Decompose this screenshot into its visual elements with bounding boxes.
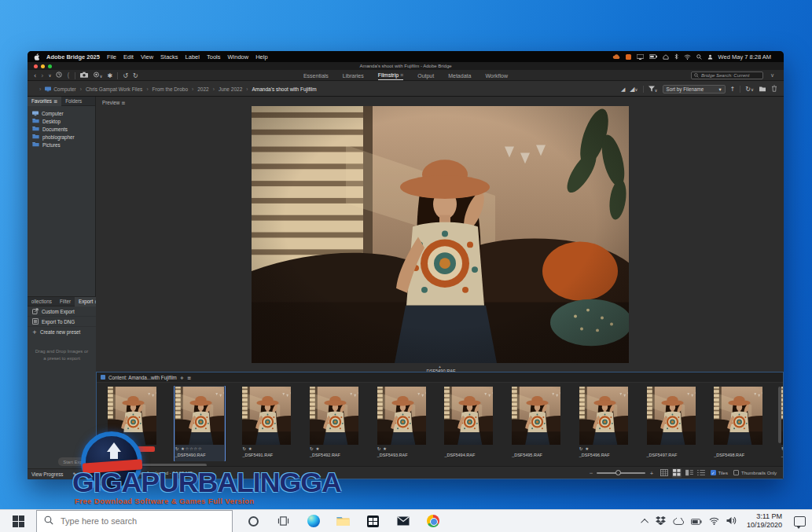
creative-cloud-icon[interactable] [612, 54, 620, 60]
panel-menu-icon[interactable]: ≡ [121, 100, 125, 105]
new-folder-icon[interactable] [759, 86, 766, 94]
onedrive-icon[interactable] [673, 514, 684, 528]
filter-icon[interactable]: ∨ [648, 86, 658, 94]
tab-folders[interactable]: Folders [61, 97, 86, 106]
tab-favorites[interactable]: Favorites≡ [28, 97, 61, 106]
network-wifi-icon[interactable] [709, 514, 719, 528]
thumbnail-tile[interactable]: ↻ ★_DSF5491.RAF [241, 386, 292, 461]
window-titlebar[interactable]: Amanda's shoot with Fujifilm - Adobe Bri… [28, 62, 784, 70]
bridge-search-input[interactable]: Bridge Search: Current [691, 72, 763, 79]
menu-item[interactable]: Edit [123, 53, 134, 61]
forward-button[interactable]: › [41, 72, 43, 79]
view-progress-link[interactable]: View Progress [31, 471, 63, 477]
thumbnail-image[interactable] [310, 387, 358, 445]
menu-item[interactable]: Label [186, 53, 200, 61]
thumbnail-rating[interactable]: ↻ ★ [781, 446, 783, 452]
thumbnail-tile[interactable]: ↻ ★☆☆☆☆_DSF5490.RAF [175, 386, 225, 461]
favorites-item[interactable]: Desktop [32, 117, 95, 125]
boomerang-icon[interactable]: ( [67, 72, 69, 79]
apple-menu-icon[interactable] [34, 53, 39, 61]
export-to-dng-item[interactable]: Export To DNG [28, 317, 96, 327]
thumbnail-quality-dropdown-icon[interactable]: ◢∨ [630, 86, 637, 93]
menu-item[interactable]: Help [255, 53, 267, 61]
display-icon[interactable] [637, 54, 644, 60]
thumbnail-size-slider[interactable] [597, 472, 645, 474]
tab-collections[interactable]: Collections [28, 297, 56, 306]
favorites-item[interactable]: Computer [32, 109, 95, 117]
workspace-tab[interactable]: Workflow [485, 72, 508, 80]
thumbnail-rating[interactable] [647, 446, 696, 452]
thumbnail-rating[interactable]: ↻ ★ [242, 446, 291, 452]
menu-item[interactable]: File [107, 53, 116, 61]
task-view-icon[interactable] [277, 515, 290, 528]
workspace-tab[interactable]: Output [417, 72, 434, 80]
thumbnail-image[interactable] [242, 387, 291, 445]
trash-icon[interactable] [771, 85, 777, 94]
add-tab-icon[interactable]: + [180, 375, 184, 380]
thumbnail-tile[interactable]: _DSF5495.RAF [511, 386, 561, 461]
menu-item[interactable]: View [141, 53, 153, 61]
thumbnail-image[interactable] [781, 387, 783, 445]
zoom-in-icon[interactable]: + [649, 470, 653, 475]
thumbnail-rating[interactable]: ↻ ★ [310, 446, 358, 452]
breadcrumb-item[interactable]: ›June 2022 [209, 86, 243, 92]
workspace-tab[interactable]: Essentials [303, 72, 329, 80]
search-icon[interactable] [696, 54, 702, 60]
tiles-toggle[interactable]: ✓Tiles [711, 470, 728, 475]
favorites-item[interactable]: Pictures [32, 141, 95, 149]
battery-icon[interactable] [649, 54, 657, 59]
search-scope-dropdown-icon[interactable]: ∨ [770, 72, 774, 79]
thumbnail-quality-icon[interactable]: ◢ [621, 86, 625, 93]
custom-export-item[interactable]: Custom Export [28, 306, 96, 317]
thumbnail-tile[interactable]: _DSF5494.RAF [443, 386, 494, 461]
open-in-camera-raw-icon[interactable]: ∨ [93, 72, 103, 79]
tab-filter[interactable]: Filter [56, 297, 75, 306]
panel-menu-icon[interactable]: ≡ [187, 375, 191, 380]
wifi-icon[interactable] [684, 54, 691, 60]
home-icon[interactable] [663, 54, 669, 60]
thumbnail-rating[interactable] [512, 446, 560, 452]
sort-ascending-icon[interactable]: ↑ [730, 86, 736, 93]
start-button[interactable] [0, 510, 36, 532]
microsoft-store-icon[interactable] [366, 515, 380, 528]
sort-dropdown[interactable]: Sort by Filename▾ [663, 85, 726, 94]
thumbnail-rating[interactable]: ↻ ★ [377, 446, 426, 452]
grid-view-icon[interactable] [672, 468, 682, 478]
thumbnail-rating[interactable] [714, 446, 762, 452]
dropbox-icon[interactable] [656, 514, 666, 528]
recent-files-icon[interactable] [56, 72, 62, 79]
orange-app-icon[interactable] [626, 54, 631, 60]
thumbnail-image[interactable] [579, 387, 628, 445]
zoom-out-icon[interactable]: − [589, 470, 593, 475]
taskbar-search[interactable] [36, 510, 233, 532]
breadcrumb-item[interactable]: ›Computer [35, 86, 76, 92]
workspace-tab[interactable]: Filmstrip [378, 71, 403, 80]
volume-icon[interactable] [726, 514, 737, 528]
breadcrumb-item[interactable]: ›Chris Gampat Work Files [76, 86, 143, 92]
preview-image[interactable] [252, 106, 629, 363]
undo-icon[interactable]: ↺ [123, 72, 128, 79]
thumbnail-image[interactable] [512, 387, 560, 445]
vertical-scrollbar[interactable] [778, 387, 781, 443]
thumbnail-rating[interactable] [444, 446, 493, 452]
app-name[interactable]: Adobe Bridge 2025 [46, 53, 100, 61]
breadcrumb-item[interactable]: ›From the Drobo [142, 86, 188, 92]
rotate-icon[interactable]: ↻∨ [745, 86, 754, 93]
thumbnail-image[interactable] [714, 387, 762, 445]
bluetooth-icon[interactable] [674, 53, 678, 60]
workspace-tab[interactable]: Metadata [448, 72, 471, 80]
thumbnail-image[interactable] [647, 387, 696, 445]
file-explorer-icon[interactable] [336, 515, 350, 528]
breadcrumb-item[interactable]: ›2022 [188, 86, 209, 92]
nav-dropdown-icon[interactable]: ∨ [48, 73, 51, 78]
thumbnails-only-toggle[interactable]: Thumbnails Only [733, 470, 777, 475]
details-view-icon[interactable] [685, 469, 693, 477]
get-photos-camera-icon[interactable] [80, 72, 88, 79]
thumbnail-tile[interactable]: ↻ ★_DSF5493.RAF [377, 386, 427, 461]
taskbar-clock[interactable]: 3:11 PM10/19/2020 [747, 512, 782, 530]
menu-item[interactable]: Window [227, 53, 248, 61]
thumbnail-tile[interactable]: _DSF5498.RAF [713, 386, 763, 461]
grid-lock-view-icon[interactable] [660, 469, 668, 477]
thumbnail-tile[interactable]: ↻ ★_DSF5496.RAF [579, 386, 629, 461]
checkbox-unchecked-icon[interactable] [733, 470, 739, 475]
